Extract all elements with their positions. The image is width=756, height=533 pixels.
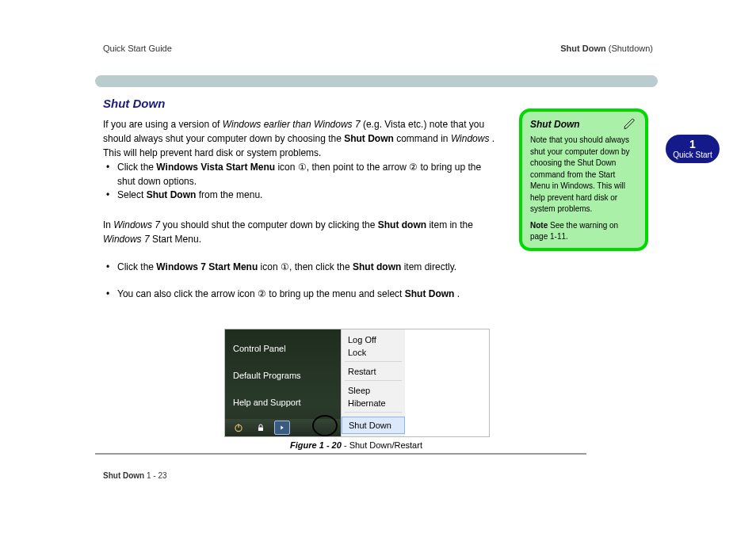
screenshot-submenu: Log Off Lock Restart Sleep Hibernate Shu… <box>341 329 405 436</box>
screenshot-left-panel: Control Panel Default Programs Help and … <box>225 329 341 436</box>
bullet-4: You can also click the arrow icon ② to b… <box>117 287 498 301</box>
menu-item-default-programs[interactable]: Default Programs <box>233 371 301 380</box>
page-tab: 1 Quick Start <box>666 135 720 163</box>
figure-caption: Figure 1 - 20 - Shut Down/Restart <box>224 440 488 450</box>
txt: command in <box>396 133 451 144</box>
b4c: . <box>457 288 460 299</box>
header-right-small: (Shutdown) <box>609 44 653 53</box>
footer-left-page: 1 - 23 <box>144 471 166 480</box>
bullet-2: Select Shut Down from the menu. <box>117 188 498 202</box>
b4b: Shut Down <box>405 288 455 299</box>
b3d: Shut down <box>353 261 401 272</box>
menu-separator <box>345 361 402 362</box>
menu-item-help-support[interactable]: Help and Support <box>233 398 301 407</box>
annotation-title: Shut Down <box>530 118 637 131</box>
w7c: you should shut the computer down by cli… <box>162 219 378 230</box>
svg-rect-2 <box>258 428 263 432</box>
footer-left-bold: Shut Down <box>103 471 144 480</box>
menu-item-restart[interactable]: Restart <box>348 367 376 376</box>
txt: If you are using a version of <box>103 119 223 130</box>
w7d: Shut down <box>378 219 426 230</box>
figure-name: Shut Down/Restart <box>349 440 422 450</box>
menu-separator <box>345 380 402 381</box>
w7f: Windows 7 <box>103 234 150 245</box>
lock-button[interactable] <box>252 421 269 434</box>
pen-icon <box>623 116 637 135</box>
annotation-body: Note that you should always shut your co… <box>530 135 637 215</box>
txt-win: Windows <box>451 133 490 144</box>
section-title: Shut Down <box>103 97 165 110</box>
bullet-3: Click the Windows 7 Start Menu icon ①, t… <box>117 260 498 274</box>
horizontal-rule <box>95 453 586 455</box>
w7g: Start Menu. <box>152 234 201 245</box>
paragraph-win7: In Windows 7 you should shut the compute… <box>103 218 499 246</box>
b2a: Select <box>117 189 147 200</box>
b1b: Windows Vista Start Menu <box>156 162 275 173</box>
screenshot-bottom-bar <box>225 419 341 436</box>
section-divider <box>95 75 658 87</box>
figure-dash: - <box>342 440 349 450</box>
b4a: You can also click the arrow icon ② to b… <box>117 288 405 299</box>
b3e: item directly. <box>404 261 456 272</box>
menu-item-shutdown[interactable]: Shut Down <box>342 417 405 434</box>
arrow-button[interactable] <box>274 421 290 435</box>
footer-left: Shut Down 1 - 23 <box>103 471 167 480</box>
w7a: In <box>103 219 113 230</box>
paragraph-prewin: If you are using a version of Windows ea… <box>103 117 499 160</box>
b2b: Shut Down <box>147 189 197 200</box>
screenshot-start-menu: Control Panel Default Programs Help and … <box>224 329 490 437</box>
header-right: Shut Down (Shutdown) <box>560 44 653 53</box>
txt-cmd: Shut Down <box>344 133 394 144</box>
header-breadcrumb: Quick Start Guide <box>103 44 172 53</box>
menu-item-hibernate[interactable]: Hibernate <box>348 399 386 408</box>
w7b: Windows 7 <box>113 219 160 230</box>
menu-item-shutdown-label: Shut Down <box>349 421 391 430</box>
page-tab-chapter: 1 <box>689 139 696 150</box>
menu-item-sleep[interactable]: Sleep <box>348 386 370 395</box>
menu-item-logoff[interactable]: Log Off <box>348 336 376 345</box>
figure-label: Figure 1 - 20 <box>290 440 342 450</box>
w7e: item in the <box>429 219 472 230</box>
annotation-note-label: Note <box>530 221 548 230</box>
menu-item-control-panel[interactable]: Control Panel <box>233 344 286 353</box>
txt-os: Windows earlier than Windows 7 <box>223 119 361 130</box>
b3a: Click the <box>117 261 156 272</box>
b3c: icon ①, then click the <box>261 261 353 272</box>
b2c: from the menu. <box>199 189 263 200</box>
menu-item-lock[interactable]: Lock <box>348 348 366 357</box>
annotation-box: Shut Down Note that you should always sh… <box>519 109 648 251</box>
bullet-1: Click the Windows Vista Start Menu icon … <box>117 160 498 188</box>
b1a: Click the <box>117 162 156 173</box>
menu-separator <box>345 412 402 413</box>
page-tab-label: Quick Start <box>673 150 712 159</box>
header-right-bold: Shut Down <box>560 44 605 53</box>
power-button[interactable] <box>230 421 247 434</box>
b3b: Windows 7 Start Menu <box>156 261 258 272</box>
